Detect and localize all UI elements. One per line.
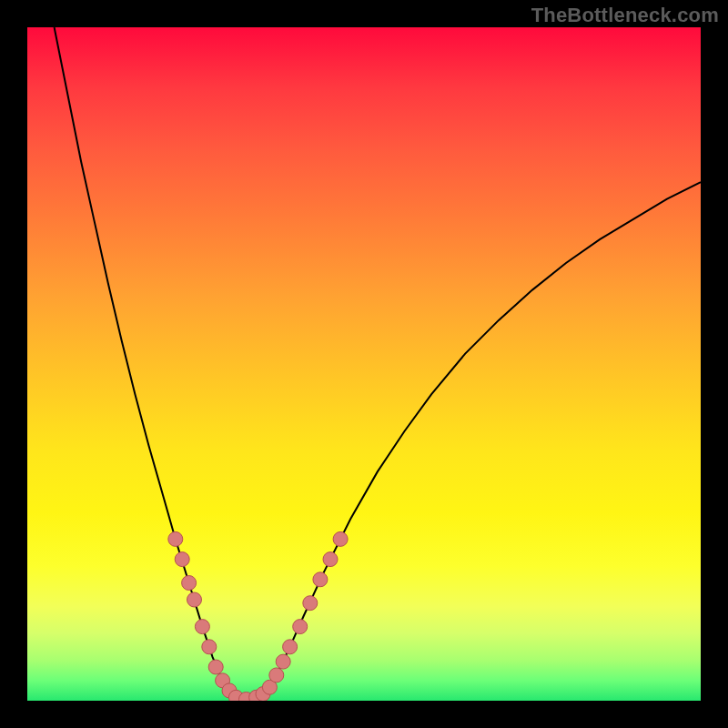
- watermark-text: TheBottleneck.com: [531, 4, 719, 27]
- plot-area: [27, 27, 701, 701]
- marker-dot: [195, 620, 209, 634]
- marker-dot: [293, 620, 308, 634]
- marker-dot: [175, 552, 189, 567]
- marker-dot: [276, 654, 290, 669]
- marker-dot: [208, 660, 223, 674]
- curve-markers: [168, 531, 348, 701]
- marker-dot: [168, 531, 183, 546]
- marker-dot: [187, 592, 202, 607]
- marker-dot: [323, 552, 338, 567]
- bottleneck-curve-svg: [27, 27, 701, 701]
- marker-dot: [283, 640, 298, 654]
- marker-dot: [269, 668, 284, 682]
- bottleneck-curve: [55, 27, 701, 700]
- marker-dot: [202, 640, 217, 654]
- marker-dot: [333, 531, 348, 546]
- marker-dot: [182, 576, 197, 591]
- chart-frame: TheBottleneck.com: [0, 0, 728, 728]
- marker-dot: [303, 596, 318, 611]
- marker-dot: [313, 572, 328, 587]
